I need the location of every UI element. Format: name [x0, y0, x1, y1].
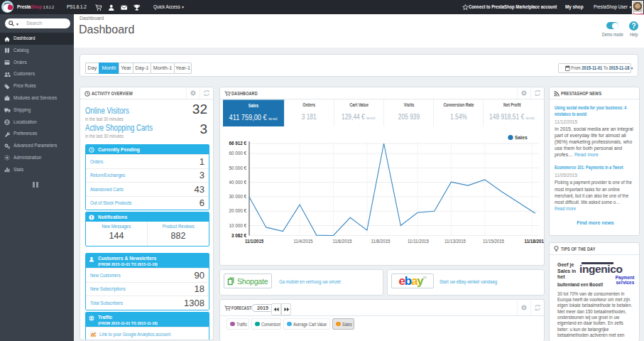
svg-text:11/4/2015: 11/4/2015 [294, 239, 313, 244]
svg-text:11/6/2015: 11/6/2015 [333, 239, 352, 244]
svg-text:30 000 €: 30 000 € [229, 194, 246, 199]
svg-text:10 000 €: 10 000 € [229, 223, 246, 228]
svg-text:66 912 €: 66 912 € [229, 141, 246, 146]
svg-text:11/13/2015: 11/13/2015 [444, 239, 466, 244]
svg-text:11/8/2015: 11/8/2015 [371, 239, 391, 244]
svg-text:11/15/2015: 11/15/2015 [483, 239, 504, 244]
svg-text:11/18/2015: 11/18/2015 [525, 239, 545, 244]
svg-text:Sales: Sales [515, 135, 528, 140]
svg-text:60 000 €: 60 000 € [229, 151, 246, 156]
svg-text:50 000 €: 50 000 € [229, 166, 246, 170]
svg-text:3 082 €: 3 082 € [231, 233, 247, 238]
svg-text:40 000 €: 40 000 € [229, 180, 246, 185]
svg-text:20 000 €: 20 000 € [229, 208, 246, 213]
svg-text:11/11/2015: 11/11/2015 [408, 239, 429, 244]
svg-text:11/1/2015: 11/1/2015 [245, 239, 263, 244]
